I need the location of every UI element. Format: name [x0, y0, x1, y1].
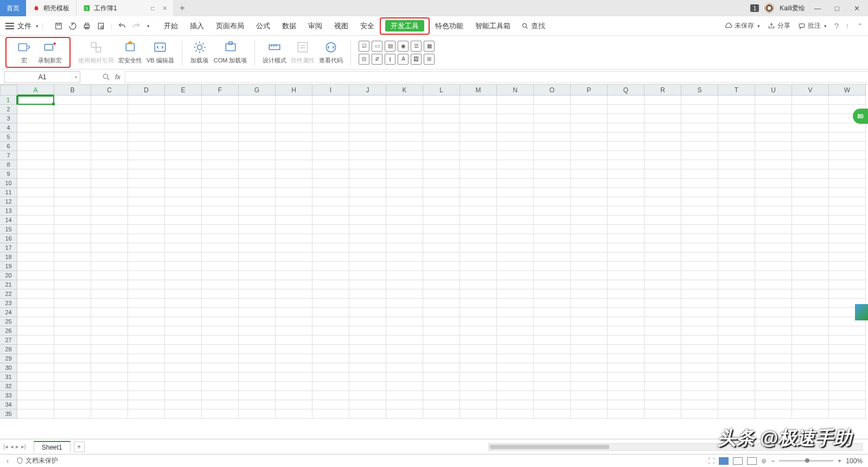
- cell[interactable]: [17, 243, 54, 253]
- cell[interactable]: [681, 345, 718, 354]
- name-box[interactable]: A1: [4, 71, 80, 83]
- cell[interactable]: [202, 271, 239, 280]
- cell[interactable]: [718, 308, 755, 317]
- cell[interactable]: [608, 354, 644, 363]
- cell[interactable]: [792, 96, 829, 105]
- cell[interactable]: [349, 382, 386, 391]
- cell[interactable]: [681, 308, 718, 317]
- cell[interactable]: [423, 345, 460, 354]
- row-header[interactable]: 13: [0, 206, 17, 216]
- cell[interactable]: [349, 373, 386, 382]
- cell[interactable]: [681, 317, 718, 326]
- cell[interactable]: [312, 373, 349, 382]
- cell[interactable]: [423, 326, 460, 336]
- cell[interactable]: [128, 123, 165, 132]
- cell[interactable]: [386, 317, 423, 326]
- cell[interactable]: [681, 188, 718, 197]
- cell[interactable]: [718, 132, 755, 142]
- col-header[interactable]: P: [571, 85, 608, 96]
- cell[interactable]: [608, 123, 644, 132]
- cell[interactable]: [423, 409, 460, 419]
- cell[interactable]: [128, 299, 165, 308]
- cell[interactable]: [128, 354, 165, 363]
- cell[interactable]: [423, 289, 460, 299]
- col-header[interactable]: H: [276, 85, 312, 96]
- row-headers[interactable]: 1234567891011121314151617181920212223242…: [0, 96, 17, 439]
- col-header[interactable]: L: [423, 85, 460, 96]
- cell[interactable]: [386, 96, 423, 105]
- cell[interactable]: [534, 234, 571, 243]
- cell[interactable]: [386, 391, 423, 400]
- row-header[interactable]: 5: [0, 132, 17, 142]
- cell[interactable]: [349, 354, 386, 363]
- cell[interactable]: [349, 206, 386, 216]
- row-header[interactable]: 24: [0, 308, 17, 317]
- cell[interactable]: [423, 142, 460, 151]
- cell[interactable]: [128, 317, 165, 326]
- cell[interactable]: [644, 105, 681, 114]
- cell[interactable]: [54, 289, 91, 299]
- cell[interactable]: [349, 326, 386, 336]
- cell[interactable]: [276, 289, 312, 299]
- cell[interactable]: [644, 382, 681, 391]
- cell[interactable]: [17, 114, 54, 123]
- cell[interactable]: [497, 336, 534, 345]
- help-icon[interactable]: ?: [834, 21, 839, 30]
- cell[interactable]: [128, 105, 165, 114]
- row-header[interactable]: 30: [0, 363, 17, 373]
- cell[interactable]: [17, 234, 54, 243]
- cell[interactable]: [829, 363, 866, 373]
- cell[interactable]: [792, 400, 829, 409]
- cell[interactable]: [312, 160, 349, 169]
- cell[interactable]: [755, 280, 792, 289]
- cell[interactable]: [608, 299, 644, 308]
- cell[interactable]: [497, 363, 534, 373]
- cell[interactable]: [755, 151, 792, 160]
- cell[interactable]: [644, 132, 681, 142]
- cell[interactable]: [608, 271, 644, 280]
- addins-button[interactable]: 加载项: [190, 40, 209, 65]
- cell[interactable]: [571, 96, 608, 105]
- cell[interactable]: [312, 216, 349, 225]
- cell[interactable]: [829, 253, 866, 262]
- cell[interactable]: [534, 188, 571, 197]
- cell[interactable]: [608, 373, 644, 382]
- cell[interactable]: [239, 197, 276, 206]
- cell[interactable]: [829, 391, 866, 400]
- cell[interactable]: [165, 169, 202, 179]
- cell[interactable]: [276, 299, 312, 308]
- cell[interactable]: [460, 289, 497, 299]
- more-icon[interactable]: ⁝: [846, 22, 850, 30]
- cell[interactable]: [165, 271, 202, 280]
- redo-icon[interactable]: [132, 22, 141, 30]
- cell[interactable]: [571, 317, 608, 326]
- fx-icon[interactable]: fx: [115, 73, 120, 81]
- cell[interactable]: [312, 188, 349, 197]
- cell[interactable]: [792, 345, 829, 354]
- cell[interactable]: [460, 299, 497, 308]
- normal-view-button[interactable]: [719, 457, 729, 465]
- cell[interactable]: [349, 96, 386, 105]
- cell[interactable]: [755, 123, 792, 132]
- cell[interactable]: [165, 160, 202, 169]
- cell[interactable]: [165, 225, 202, 234]
- cell[interactable]: [312, 197, 349, 206]
- cell[interactable]: [386, 188, 423, 197]
- col-header[interactable]: E: [165, 85, 202, 96]
- tab-workbook[interactable]: S 工作簿1 ⊏ ×: [76, 0, 174, 16]
- cell[interactable]: [276, 234, 312, 243]
- cell[interactable]: [276, 151, 312, 160]
- cell[interactable]: [608, 326, 644, 336]
- zoom-in-button[interactable]: +: [838, 457, 841, 465]
- cell[interactable]: [276, 225, 312, 234]
- cell[interactable]: [755, 317, 792, 326]
- cell[interactable]: [571, 373, 608, 382]
- cell[interactable]: [202, 216, 239, 225]
- cell[interactable]: [608, 179, 644, 188]
- cell[interactable]: [349, 262, 386, 271]
- cell[interactable]: [681, 262, 718, 271]
- cell[interactable]: [165, 326, 202, 336]
- com-addins-button[interactable]: COM 加载项: [214, 40, 247, 65]
- cell[interactable]: [312, 280, 349, 289]
- cell[interactable]: [608, 280, 644, 289]
